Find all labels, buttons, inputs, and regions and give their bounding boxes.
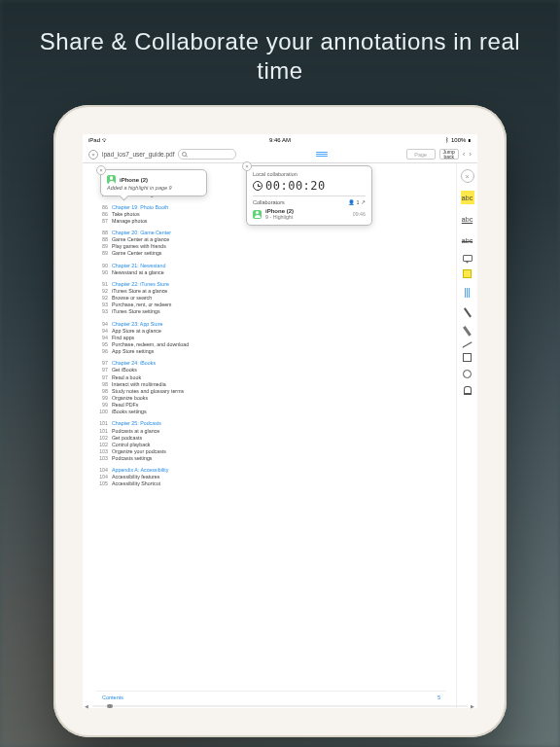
ellipse-tool[interactable]: [463, 370, 472, 378]
toc-chapter-link[interactable]: 101Chapter 25: Podcasts: [96, 420, 446, 427]
toc-chapter-link[interactable]: 104Appendix A: Accessibility: [96, 467, 446, 474]
collaborator-avatar: [107, 175, 116, 184]
pen-tool[interactable]: [464, 308, 472, 318]
highlight-area-tool[interactable]: [463, 269, 472, 278]
toc-item: 100iBooks settings: [96, 409, 446, 415]
status-bar: iPad ᯤ 9:46 AM ᛒ 100% ▮: [83, 134, 477, 146]
comment-tool[interactable]: [463, 255, 472, 262]
toc-item: 104Accessibility features: [96, 474, 446, 480]
toc-item: 95Purchase, redeem, and download: [96, 341, 446, 348]
toc-item: 97Read a book: [96, 374, 446, 381]
collaborator-avatar: [253, 210, 262, 219]
clock-icon: [253, 181, 262, 191]
status-right: ᛒ 100% ▮: [445, 137, 472, 143]
toc-item: 102Get podcasts: [96, 435, 446, 442]
page-input[interactable]: Page: [406, 149, 436, 160]
marketing-headline: Share & Collaborate your annotations in …: [0, 0, 560, 86]
page-number: 5: [438, 694, 440, 700]
selection-indicator: [461, 286, 474, 300]
toc-item: 89Play games with friends: [96, 243, 446, 250]
toc-item: 94App Store at a glance: [96, 328, 446, 335]
toc-item: 102Control playback: [96, 442, 446, 448]
status-device: iPad ᯤ: [88, 137, 108, 143]
collaborators-label: Collaborators: [253, 199, 285, 205]
highlight-text-tool[interactable]: abc: [461, 191, 474, 204]
toc-item: 96App Store settings: [96, 348, 446, 355]
toc-chapter-link[interactable]: 97Chapter 24: iBooks: [96, 360, 446, 367]
toc-item: 89Game Center settings: [96, 250, 446, 257]
toc-item: 93iTunes Store settings: [96, 308, 446, 315]
toc-item: 88Game Center at a glance: [96, 236, 446, 243]
collaboration-popover: × Local collaboration 00:00:20 Collabora…: [246, 165, 372, 226]
toc-chapter-link[interactable]: 91Chapter 22: iTunes Store: [96, 281, 446, 288]
search-input[interactable]: [178, 149, 236, 160]
scroll-right-button[interactable]: ▶: [471, 703, 475, 708]
toolbar: × ipad_ios7_user_guide.pdf Page Jumpback…: [83, 146, 477, 163]
session-timer: 00:00:20: [265, 179, 326, 193]
line-tool[interactable]: [462, 341, 472, 347]
toc-item: 99Organize books: [96, 395, 446, 402]
ipad-frame: iPad ᯤ 9:46 AM ᛒ 100% ▮ × ipad_ios7_user…: [53, 105, 507, 737]
annotation-popover: × iPhone (2) Added a highlight in page 9: [100, 169, 207, 196]
stamp-tool[interactable]: [464, 386, 472, 395]
screen: iPad ᯤ 9:46 AM ᛒ 100% ▮ × ipad_ios7_user…: [83, 134, 477, 708]
toc-item: 94Find apps: [96, 335, 446, 341]
close-collab-button[interactable]: ×: [242, 161, 252, 171]
toc-item: 103Podcasts settings: [96, 455, 446, 462]
toc-item: 92iTunes Store at a glance: [96, 288, 446, 295]
toc-item: 103Organize your podcasts: [96, 448, 446, 455]
page-scrollbar[interactable]: ◀ ▶: [92, 705, 468, 707]
toc-item: 92Browse or search: [96, 295, 446, 302]
toc-chapter-link[interactable]: 90Chapter 21: Newsstand: [96, 263, 446, 269]
annotation-message: Added a highlight in page 9: [107, 185, 200, 191]
rectangle-tool[interactable]: [463, 353, 472, 362]
pdf-page[interactable]: 84Chapter 18: Reminders85Scheduled remin…: [83, 163, 456, 708]
next-page-button[interactable]: ›: [469, 150, 472, 159]
collab-user-action: 9 - Highlight: [265, 214, 294, 220]
file-tab[interactable]: ipad_ios7_user_guide.pdf: [102, 151, 174, 158]
toc-item: 99Read PDFs: [96, 402, 446, 409]
underline-tool[interactable]: abc: [461, 212, 474, 226]
collaborator-name: iPhone (2): [120, 177, 148, 183]
toc-item: 90Newsstand at a glance: [96, 269, 446, 276]
contents-link[interactable]: Contents: [102, 694, 123, 700]
toc-chapter-link[interactable]: 94Chapter 23: App Store: [96, 321, 446, 328]
toc-item: 98Study notes and glossary terms: [96, 388, 446, 395]
status-time: 9:46 AM: [269, 137, 291, 143]
close-doc-button[interactable]: ×: [88, 150, 98, 160]
jump-back-button[interactable]: Jumpback: [439, 149, 459, 160]
collab-title: Local collaboration: [253, 171, 366, 177]
view-mode-button[interactable]: [315, 152, 329, 157]
toc-item: 105Accessibility Shortcut: [96, 480, 446, 487]
toc-item: 93Purchase, rent, or redeem: [96, 302, 446, 308]
toc-item: 101Podcasts at a glance: [96, 428, 446, 435]
search-icon: [182, 152, 187, 157]
strikethrough-tool[interactable]: abc: [461, 233, 474, 247]
collab-timestamp: 09:46: [353, 211, 366, 217]
toc-item: 98Interact with multimedia: [96, 381, 446, 388]
collaborator-count: 👤 1 ↗: [348, 199, 366, 205]
toc-item: 97Get iBooks: [96, 367, 446, 374]
toc-chapter-link[interactable]: 88Chapter 20: Game Center: [96, 230, 446, 236]
marker-tool[interactable]: [463, 326, 471, 336]
scroll-left-button[interactable]: ◀: [85, 703, 89, 708]
prev-page-button[interactable]: ‹: [463, 150, 466, 159]
close-popover-button[interactable]: ×: [96, 165, 106, 175]
close-tools-button[interactable]: ×: [461, 169, 474, 183]
annotation-toolbar: × abc abc abc: [456, 163, 477, 708]
